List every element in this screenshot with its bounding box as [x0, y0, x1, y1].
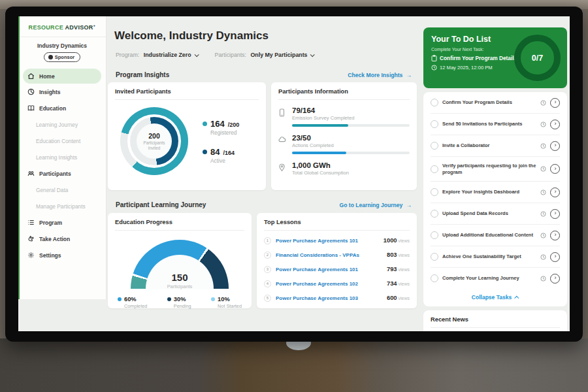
- stat-progress-fill: [292, 124, 348, 127]
- legend-item-active: 84/164 Active: [203, 147, 239, 164]
- task-open-button[interactable]: ›: [550, 274, 560, 284]
- task-open-button[interactable]: ›: [550, 188, 560, 197]
- check-more-insights-link[interactable]: Check More Insights →: [348, 72, 412, 78]
- task-checkbox[interactable]: [431, 274, 438, 282]
- sidebar-item-education-content[interactable]: Education Content: [18, 133, 106, 149]
- legend-dot-completed: [118, 297, 122, 301]
- sidebar-item-settings[interactable]: Settings: [18, 247, 106, 263]
- lesson-rank: 3: [264, 266, 271, 273]
- sidebar-item-learning-insights[interactable]: Learning Insights: [18, 149, 106, 165]
- lesson-link[interactable]: Financial Considerations - VPPAs: [276, 252, 382, 258]
- emission-survey-label: Emission Survey Completed: [292, 115, 410, 121]
- sidebar-item-program[interactable]: Program: [18, 214, 106, 231]
- invited-legend: 164/200 Registered 84/164 Active: [203, 119, 239, 164]
- sidebar-item-home[interactable]: Home: [23, 69, 101, 84]
- chevron-right-icon: ›: [555, 253, 557, 259]
- sidebar-item-education[interactable]: Education: [18, 100, 106, 116]
- task-label: Explore Your Insights Dashboard: [442, 189, 536, 195]
- sidebar-item-label: Learning Journey: [36, 122, 78, 128]
- task-checkbox[interactable]: [431, 210, 438, 218]
- completed-label: Completed: [124, 303, 147, 309]
- task-row-send-invitations[interactable]: Send 50 Invitations to Participants ›: [431, 114, 560, 135]
- logo-advisor: ADVISOR: [65, 24, 93, 31]
- chevron-right-icon: ›: [555, 142, 557, 148]
- legend-item-pending: 30% Pending: [167, 296, 191, 309]
- lesson-link[interactable]: Power Purchase Agreements 101: [276, 238, 379, 244]
- task-open-button[interactable]: ›: [550, 120, 560, 129]
- lesson-link[interactable]: Power Purchase Agreements 103: [276, 295, 382, 301]
- chevron-down-icon: [194, 52, 199, 57]
- todo-next-task: Confirm Your Program Details: [440, 55, 517, 61]
- sidebar-item-participants[interactable]: Participants: [18, 165, 106, 182]
- invited-donut-chart: 200 Participants Invited: [120, 107, 188, 175]
- sidebar-item-general-data[interactable]: General Data: [18, 182, 106, 198]
- lesson-link[interactable]: Power Purchase Agreements 101: [276, 267, 382, 272]
- participants-icon: [27, 170, 35, 177]
- task-open-button[interactable]: ›: [550, 209, 560, 219]
- sponsor-badge[interactable]: Sponsor: [44, 52, 80, 62]
- participants-filter-label: Participants:: [215, 52, 246, 58]
- task-checkbox[interactable]: [431, 165, 438, 173]
- task-open-button[interactable]: ›: [550, 231, 560, 240]
- task-checkbox[interactable]: [431, 99, 438, 106]
- collapse-tasks-button[interactable]: Collapse Tasks: [472, 294, 512, 301]
- task-row-upload-spend-data[interactable]: Upload Spend Data Records ›: [431, 203, 560, 225]
- task-row-upload-educational-content[interactable]: Upload Additional Educational Content ›: [431, 225, 560, 246]
- task-open-button[interactable]: ›: [550, 252, 560, 262]
- task-open-button[interactable]: ›: [550, 141, 560, 151]
- clock-icon: [540, 211, 546, 217]
- actions-completed-progress-track: [292, 152, 410, 154]
- sidebar-item-manage-participants[interactable]: Manage Participants: [18, 198, 106, 214]
- clock-icon: [540, 276, 546, 282]
- pending-pct: 30%: [174, 296, 186, 302]
- sidebar-item-label: Learning Insights: [36, 154, 77, 161]
- top-lessons-title: Top Lessons: [264, 219, 410, 231]
- list-icon: [27, 219, 35, 226]
- task-row-explore-insights[interactable]: Explore Your Insights Dashboard ›: [431, 182, 560, 203]
- todo-summary-card: Your To Do List Complete Your Next Task:…: [423, 27, 567, 88]
- sidebar-item-take-action[interactable]: Take Action: [18, 231, 106, 247]
- arrow-right-icon: →: [406, 202, 412, 208]
- task-row-verify-participants[interactable]: Verify participants requesting to join t…: [431, 157, 560, 182]
- task-checkbox[interactable]: [431, 120, 438, 128]
- task-open-button[interactable]: ›: [550, 164, 560, 174]
- task-open-button[interactable]: ›: [550, 98, 560, 108]
- gauge-center-value: 150: [131, 272, 229, 282]
- task-checkbox[interactable]: [431, 142, 438, 150]
- task-row-confirm-program[interactable]: Confirm Your Program Details ›: [431, 92, 560, 114]
- sidebar-item-label: Take Action: [39, 236, 70, 242]
- sidebar-item-label: Participants: [39, 171, 71, 177]
- invited-center-value: 200: [148, 132, 160, 140]
- emission-survey-value: 79/164: [292, 106, 410, 114]
- go-to-learning-journey-link[interactable]: Go to Learning Journey →: [339, 202, 412, 208]
- dashboard-screen: RESOURCE ADVISOR+ Industry Dynamics Spon…: [18, 16, 570, 331]
- program-select[interactable]: Industrialize Zero: [144, 52, 198, 58]
- task-checkbox[interactable]: [431, 231, 438, 239]
- task-row-invite-collaborator[interactable]: Invite a Collaborator ›: [431, 135, 560, 157]
- pending-label: Pending: [174, 303, 191, 309]
- lesson-row: 3 Power Purchase Agreements 101 793views: [264, 262, 410, 276]
- chevron-right-icon: ›: [555, 275, 557, 281]
- sponsor-icon: [48, 55, 53, 59]
- lesson-views: 793: [387, 266, 397, 272]
- active-value: 84: [210, 147, 220, 157]
- task-row-complete-learning-journey[interactable]: Complete Your Learning Journey ›: [431, 268, 560, 289]
- sidebar-item-insights[interactable]: Insights: [18, 84, 106, 100]
- completed-pct: 60%: [124, 296, 137, 302]
- total-consumption-value: 1,000 GWh: [292, 161, 410, 169]
- task-checkbox[interactable]: [431, 188, 438, 196]
- stat-emission-survey: 79/164 Emission Survey Completed: [278, 106, 410, 127]
- task-checkbox[interactable]: [431, 253, 438, 261]
- education-gauge-chart: 150 Participants: [131, 240, 229, 289]
- sidebar-item-learning-journey[interactable]: Learning Journey: [18, 116, 106, 133]
- chevron-up-icon: [514, 295, 519, 300]
- actions-completed-value: 23/50: [292, 134, 410, 142]
- top-lessons-card: Top Lessons 1 Power Purchase Agreements …: [257, 213, 417, 308]
- lesson-link[interactable]: Power Purchase Agreements 102: [276, 281, 382, 287]
- top-lessons-list: 1 Power Purchase Agreements 101 1000view…: [264, 233, 410, 305]
- program-select-value: Industrialize Zero: [144, 52, 191, 58]
- emission-survey-progress-track: [292, 124, 410, 127]
- task-row-achieve-target[interactable]: Achieve One Sustainability Target ›: [431, 246, 560, 268]
- participants-select[interactable]: Only My Participants: [250, 52, 314, 58]
- arrow-right-icon: →: [406, 72, 412, 78]
